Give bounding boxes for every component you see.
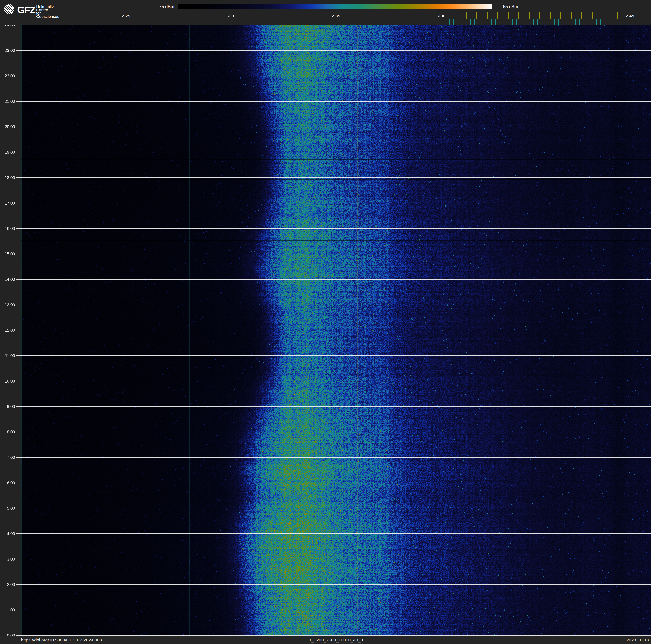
ble-channel-tick bbox=[579, 19, 580, 25]
wifi-channel-tick bbox=[592, 12, 593, 19]
spectrogram-plot bbox=[21, 25, 651, 635]
frequency-minor-tick bbox=[630, 19, 630, 25]
ble-channel-tick bbox=[521, 19, 521, 25]
ble-channel-tick bbox=[474, 19, 475, 25]
wifi-channel-tick bbox=[519, 12, 519, 19]
date-label: 2023-10-18 bbox=[626, 636, 649, 644]
time-label: 18:00 bbox=[0, 176, 15, 180]
frequency-minor-tick bbox=[252, 19, 252, 25]
wifi-channel-tick bbox=[466, 12, 467, 19]
wifi-channel-tick bbox=[617, 12, 618, 19]
time-label: 15:00 bbox=[0, 252, 15, 256]
time-label: 3:00 bbox=[0, 557, 15, 561]
wifi-channel-tick bbox=[582, 12, 582, 19]
ble-channel-tick bbox=[525, 19, 525, 25]
wifi-channel-tick bbox=[487, 12, 488, 19]
time-label: 19:00 bbox=[0, 150, 15, 154]
ble-channel-tick bbox=[600, 19, 601, 25]
ble-channel-tick bbox=[596, 19, 597, 25]
time-label: 4:00 bbox=[0, 531, 15, 536]
frequency-axis: 2.252.32.352.42.49 bbox=[0, 0, 651, 25]
ble-channel-tick bbox=[588, 19, 588, 25]
time-label: 8:00 bbox=[0, 430, 15, 434]
frequency-minor-tick bbox=[126, 19, 126, 25]
ble-channel-tick bbox=[508, 19, 508, 25]
wifi-channel-tick bbox=[476, 12, 477, 19]
spectrogram-canvas bbox=[21, 25, 651, 635]
frequency-minor-tick bbox=[231, 19, 231, 25]
frequency-label: 2.49 bbox=[626, 13, 634, 19]
ble-channel-tick bbox=[575, 19, 576, 25]
ble-channel-tick bbox=[541, 19, 542, 25]
ble-channel-tick bbox=[495, 19, 496, 25]
ble-channel-tick bbox=[584, 19, 584, 25]
ble-channel-tick bbox=[454, 19, 454, 25]
ble-channel-tick bbox=[517, 19, 517, 25]
ble-channel-tick bbox=[554, 19, 555, 25]
time-label: 2:00 bbox=[0, 582, 15, 587]
frequency-label: 2.4 bbox=[438, 13, 444, 19]
time-label: 23:00 bbox=[0, 48, 15, 53]
frequency-minor-tick bbox=[420, 19, 420, 25]
ble-channel-tick bbox=[487, 19, 488, 25]
frequency-label: 2.3 bbox=[228, 13, 234, 19]
wifi-channel-tick bbox=[571, 12, 571, 19]
wifi-channel-tick bbox=[497, 12, 498, 19]
ble-channel-tick bbox=[504, 19, 504, 25]
frequency-minor-tick bbox=[378, 19, 378, 25]
ble-channel-tick bbox=[533, 19, 534, 25]
frequency-minor-tick bbox=[84, 19, 84, 25]
ble-channel-tick bbox=[462, 19, 462, 25]
ble-channel-tick bbox=[500, 19, 500, 25]
ble-channel-tick bbox=[449, 19, 450, 25]
frequency-minor-tick bbox=[210, 19, 210, 25]
time-label: 12:00 bbox=[0, 328, 15, 332]
ble-channel-tick bbox=[470, 19, 471, 25]
dataset-id: 1_2200_2500_10000_40_0 bbox=[309, 636, 363, 644]
frequency-minor-tick bbox=[42, 19, 42, 25]
time-label: 7:00 bbox=[0, 455, 15, 460]
ble-channel-tick bbox=[592, 19, 592, 25]
frequency-label: 2.35 bbox=[332, 13, 340, 19]
time-label: 10:00 bbox=[0, 379, 15, 383]
time-label: 16:00 bbox=[0, 226, 15, 231]
frequency-minor-tick bbox=[105, 19, 105, 25]
frequency-minor-tick bbox=[399, 19, 399, 25]
wifi-channel-tick bbox=[539, 12, 540, 19]
ble-channel-tick bbox=[478, 19, 479, 25]
frequency-minor-tick bbox=[315, 19, 315, 25]
frequency-minor-tick bbox=[147, 19, 147, 25]
ble-channel-tick bbox=[483, 19, 483, 25]
ble-channel-tick bbox=[604, 19, 605, 25]
frequency-label: 2.25 bbox=[122, 13, 130, 19]
ble-channel-tick bbox=[529, 19, 529, 25]
time-label: 21:00 bbox=[0, 99, 15, 104]
time-label: 14:00 bbox=[0, 277, 15, 282]
ble-channel-tick bbox=[458, 19, 458, 25]
frequency-minor-tick bbox=[21, 19, 21, 25]
ble-channel-tick bbox=[571, 19, 571, 25]
wifi-channel-tick bbox=[550, 12, 551, 19]
time-label: 1:00 bbox=[0, 608, 15, 612]
spectrogram-page: GFZ Helmholtz Centre for Geosciences -75… bbox=[0, 0, 651, 644]
ble-channel-tick bbox=[537, 19, 538, 25]
ble-channel-tick bbox=[466, 19, 466, 25]
frequency-minor-tick bbox=[441, 19, 441, 25]
ble-channel-tick bbox=[512, 19, 513, 25]
ble-channel-tick bbox=[609, 19, 609, 25]
frequency-minor-tick bbox=[357, 19, 357, 25]
frequency-minor-tick bbox=[189, 19, 189, 25]
ble-channel-tick bbox=[445, 19, 445, 25]
time-label: 20:00 bbox=[0, 125, 15, 129]
time-label: 13:00 bbox=[0, 303, 15, 307]
frequency-minor-tick bbox=[63, 19, 63, 25]
ble-channel-tick bbox=[567, 19, 567, 25]
ble-channel-tick bbox=[491, 19, 492, 25]
ble-channel-tick bbox=[550, 19, 550, 25]
ble-channel-tick bbox=[563, 19, 563, 25]
frequency-minor-tick bbox=[336, 19, 336, 25]
time-label: 17:00 bbox=[0, 201, 15, 205]
wifi-channel-tick bbox=[560, 12, 561, 19]
frequency-minor-tick bbox=[168, 19, 168, 25]
frequency-minor-tick bbox=[273, 19, 273, 25]
